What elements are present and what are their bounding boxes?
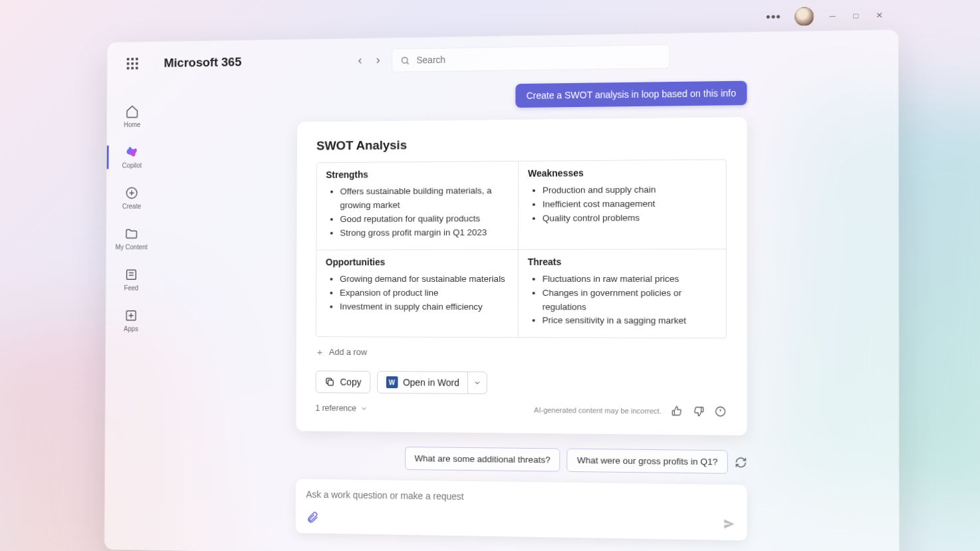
refresh-icon[interactable] [735,456,747,469]
composer[interactable] [296,479,747,541]
quadrant-heading: Weaknesses [528,167,716,179]
sidebar-item-copilot[interactable]: Copilot [122,144,142,170]
sidebar-item-label: Apps [124,325,138,332]
sidebar-item-label: Create [122,203,141,210]
sidebar-item-mycontent[interactable]: My Content [115,225,148,252]
sidebar-item-feed[interactable]: Feed [124,267,139,293]
app-launcher-icon[interactable] [127,58,138,70]
chevron-down-icon [473,379,481,387]
sidebar-item-label: Home [124,121,140,128]
swot-item: Good reputation for quality products [340,212,509,227]
sidebar-item-label: Feed [124,284,139,292]
references-toggle[interactable]: 1 reference [315,403,368,413]
svg-rect-4 [328,380,333,386]
add-row-button[interactable]: + Add a row [316,344,727,362]
quadrant-heading: Strengths [326,168,509,180]
plus-icon: + [317,346,323,358]
swot-item: Quality control problems [543,211,717,225]
thumbs-down-icon[interactable] [693,405,705,417]
copy-button[interactable]: Copy [315,371,370,393]
swot-threats-cell[interactable]: Threats Fluctuations in raw material pri… [519,249,726,338]
avatar[interactable] [795,7,814,27]
swot-item: Expansion of product line [340,286,509,300]
quadrant-heading: Threats [528,256,717,267]
sidebar-item-home[interactable]: Home [124,103,140,130]
swot-opportunities-cell[interactable]: Opportunities Growing demand for sustain… [316,250,519,338]
minimize-button[interactable]: ─ [828,11,838,21]
swot-strengths-cell[interactable]: Strengths Offers sustainable building ma… [316,162,519,250]
suggestion-chip[interactable]: What are some additional threats? [405,447,560,472]
home-icon [125,104,139,119]
sidebar-item-create[interactable]: Create [122,185,142,211]
swot-item: Growing demand for sustainable materials [340,273,509,286]
svg-rect-1 [126,270,136,279]
swot-title: SWOT Analysis [316,135,727,154]
attach-icon[interactable] [306,511,319,524]
user-message-bubble: Create a SWOT analysis in loop based on … [516,81,747,108]
response-card: SWOT Analysis Strengths Offers sustainab… [296,117,747,435]
sidebar-item-label: My Content [115,243,147,251]
send-icon[interactable] [723,517,737,531]
copy-label: Copy [340,377,361,387]
suggestion-row: What are some additional threats? What w… [296,445,747,474]
ai-disclaimer: AI-generated content may be incorrect. [534,406,662,415]
search-box[interactable] [392,45,670,72]
swot-item: Strong gross profit margin in Q1 2023 [340,226,509,241]
search-icon [400,55,410,65]
brand-title: Microsoft 365 [164,55,241,70]
quadrant-heading: Opportunities [326,257,509,267]
sidebar: Home Copilot Create My Content [104,42,158,550]
report-icon[interactable] [714,405,726,417]
open-word-label: Open in Word [403,378,459,389]
swot-weaknesses-cell[interactable]: Weaknesses Production and supply chain I… [519,160,726,249]
thumbs-up-icon[interactable] [671,405,683,417]
close-button[interactable]: ✕ [874,11,884,21]
search-input[interactable] [416,51,661,65]
swot-item: Changes in government policies or regula… [543,286,717,315]
swot-item: Price sensitivity in a sagging market [543,314,717,329]
sidebar-item-apps[interactable]: Apps [124,307,138,334]
open-word-dropdown[interactable] [467,372,487,393]
copy-icon [324,377,335,387]
svg-point-5 [716,407,725,417]
chevron-down-icon [360,405,368,413]
swot-grid: Strengths Offers sustainable building ma… [316,159,727,338]
swot-item: Production and supply chain [543,183,717,198]
more-icon[interactable]: ••• [766,10,781,25]
feed-icon [124,268,138,282]
suggestion-chip[interactable]: What were our gross profits in Q1? [567,449,728,474]
word-icon: W [386,376,398,388]
forward-icon[interactable] [374,56,383,65]
apps-icon [124,308,138,323]
open-in-word-button[interactable]: W Open in Word [377,371,487,394]
folder-icon [124,227,138,241]
swot-item: Inefficient cost management [543,197,717,211]
composer-input[interactable] [306,489,736,506]
swot-item: Offers sustainable building materials, a… [340,184,509,213]
plus-circle-icon [125,186,139,201]
swot-item: Investment in supply chain efficiency [340,300,509,314]
copilot-icon [125,145,139,160]
reference-label: 1 reference [315,403,356,413]
maximize-button[interactable]: □ [851,11,861,21]
sidebar-item-label: Copilot [122,162,142,169]
topbar [176,41,877,75]
svg-point-3 [402,57,408,63]
swot-item: Fluctuations in raw material prices [543,272,717,286]
app-window: Microsoft 365 Home Copilot [104,30,899,551]
back-icon[interactable] [356,56,365,66]
add-row-label: Add a row [329,347,367,357]
main-content: Create a SWOT analysis in loop based on … [155,30,899,551]
